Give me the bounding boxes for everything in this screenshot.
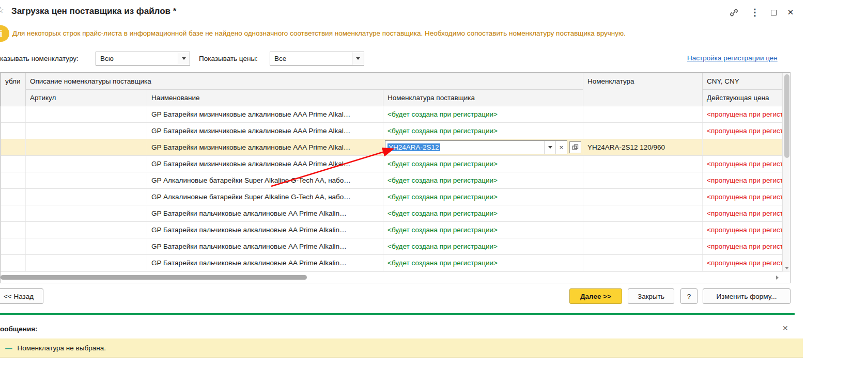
col-header-current-price[interactable]: Действующая цена	[703, 90, 782, 106]
price-registration-settings-link[interactable]: Настройка регистрации цен	[687, 54, 778, 62]
horizontal-scrollbar-thumb[interactable]	[1, 275, 307, 280]
cell-article[interactable]	[26, 172, 147, 189]
cell-price[interactable]	[703, 139, 782, 156]
cell-article[interactable]	[26, 238, 147, 255]
col-header-description-group[interactable]: Описание номенклатуры поставщика	[26, 73, 583, 90]
col-header-currency[interactable]: CNY, CNY	[703, 73, 782, 90]
cell-article[interactable]	[26, 255, 147, 271]
cell-price[interactable]: <пропущена при регистра…	[703, 156, 782, 172]
cell-name[interactable]: GP Батарейки мизинчиковые алкалиновые AA…	[147, 139, 383, 156]
more-icon[interactable]: ⋮	[749, 7, 761, 18]
cell-supplier-nomenclature[interactable]: <будет создана при регистрации>	[383, 172, 583, 189]
cell-supplier-nomenclature[interactable]: <будет создана при регистрации>	[383, 222, 583, 238]
cell-nomenclature[interactable]	[583, 255, 703, 271]
table-row[interactable]: GP Батарейки мизинчиковые алкалиновые AA…	[1, 123, 782, 139]
cell-name[interactable]: GP Алкалиновые батарейки Super Alkaline …	[147, 189, 383, 205]
cell-nomenclature[interactable]	[583, 106, 703, 123]
cell-price[interactable]: <пропущена при регистра…	[703, 255, 782, 271]
link-icon[interactable]	[728, 7, 739, 18]
cell-price[interactable]: <пропущена при регистра…	[703, 222, 782, 238]
scroll-right-icon[interactable]	[776, 276, 779, 280]
table-row[interactable]: GP Батарейки пальчиковые алкалиновые AA …	[1, 255, 782, 271]
table-row-selected[interactable]: GP Батарейки мизинчиковые алкалиновые AA…	[1, 139, 782, 156]
table-row[interactable]: GP Алкалиновые батарейки Super Alkaline …	[1, 189, 782, 205]
cell-supplier-nomenclature[interactable]: <будет создана при регистрации>	[383, 238, 583, 255]
col-header-name[interactable]: Наименование	[147, 90, 383, 106]
cell-duplicates[interactable]	[1, 238, 26, 255]
cell-name[interactable]: GP Батарейки пальчиковые алкалиновые AA …	[147, 222, 383, 238]
cell-price[interactable]: <пропущена при регистра…	[703, 106, 782, 123]
show-nomenclature-select[interactable]: Всю	[96, 52, 190, 66]
table-row[interactable]: GP Батарейки пальчиковые алкалиновые AA …	[1, 238, 782, 255]
horizontal-scrollbar[interactable]	[1, 271, 790, 283]
scroll-down-icon[interactable]	[785, 267, 789, 269]
cell-supplier-nomenclature[interactable]: <будет создана при регистрации>	[383, 205, 583, 222]
cell-duplicates[interactable]	[1, 172, 26, 189]
cell-article[interactable]	[26, 205, 147, 222]
dropdown-arrow-icon[interactable]	[352, 52, 364, 65]
cell-supplier-nomenclature[interactable]: <будет создана при регистрации>	[383, 156, 583, 172]
cell-duplicates[interactable]	[1, 189, 26, 205]
cell-name[interactable]: GP Батарейки пальчиковые алкалиновые AA …	[147, 255, 383, 271]
cell-price[interactable]: <пропущена при регистра…	[703, 172, 782, 189]
messages-close-icon[interactable]: ✕	[782, 324, 788, 332]
cell-article[interactable]	[26, 222, 147, 238]
cell-price[interactable]: <пропущена при регистра…	[703, 238, 782, 255]
cell-duplicates[interactable]	[1, 139, 26, 156]
table-row[interactable]: GP Батарейки пальчиковые алкалиновые AA …	[1, 222, 782, 238]
help-button[interactable]: ?	[680, 288, 698, 304]
cell-nomenclature[interactable]	[583, 205, 703, 222]
show-prices-select[interactable]: Все	[270, 52, 364, 66]
cell-name[interactable]: GP Батарейки пальчиковые алкалиновые AA …	[147, 205, 383, 222]
cell-nomenclature[interactable]	[583, 222, 703, 238]
supplier-nomenclature-editor[interactable]: YH24ARA-2S12 ×	[385, 140, 581, 154]
next-button[interactable]: Далее >>	[569, 288, 622, 304]
cell-name[interactable]: GP Батарейки мизинчиковые алкалиновые AA…	[147, 123, 383, 139]
cell-article[interactable]	[26, 123, 147, 139]
col-header-duplicates[interactable]: убли	[1, 73, 26, 106]
pin-star-icon[interactable]: ☆	[0, 5, 4, 15]
cell-nomenclature[interactable]	[583, 238, 703, 255]
dropdown-arrow-icon[interactable]	[178, 52, 190, 65]
cell-supplier-nomenclature-editing[interactable]: YH24ARA-2S12 ×	[383, 139, 583, 156]
cell-nomenclature[interactable]	[583, 123, 703, 139]
cell-duplicates[interactable]	[1, 106, 26, 123]
cell-supplier-nomenclature[interactable]: <будет создана при регистрации>	[383, 123, 583, 139]
cell-article[interactable]	[26, 156, 147, 172]
table-row[interactable]: GP Батарейки пальчиковые алкалиновые AA …	[1, 205, 782, 222]
cell-article[interactable]	[26, 189, 147, 205]
cell-name[interactable]: GP Батарейки мизинчиковые алкалиновые AA…	[147, 156, 383, 172]
maximize-icon[interactable]	[768, 7, 779, 18]
vertical-scrollbar-thumb[interactable]	[784, 74, 789, 158]
cell-nomenclature[interactable]	[583, 156, 703, 172]
cell-duplicates[interactable]	[1, 123, 26, 139]
cell-article[interactable]	[26, 139, 147, 156]
back-button[interactable]: << Назад	[0, 288, 43, 304]
cell-supplier-nomenclature[interactable]: <будет создана при регистрации>	[383, 255, 583, 271]
change-form-button[interactable]: Изменить форму...	[703, 288, 791, 304]
cell-name[interactable]: GP Алкалиновые батарейки Super Alkaline …	[147, 172, 383, 189]
cell-nomenclature[interactable]: YH24ARA-2S12 120/960	[583, 139, 703, 156]
cell-duplicates[interactable]	[1, 255, 26, 271]
table-row[interactable]: GP Алкалиновые батарейки Super Alkaline …	[1, 172, 782, 189]
cell-supplier-nomenclature[interactable]: <будет создана при регистрации>	[383, 189, 583, 205]
col-header-article[interactable]: Артикул	[26, 90, 147, 106]
cell-duplicates[interactable]	[1, 205, 26, 222]
cell-duplicates[interactable]	[1, 156, 26, 172]
clear-button[interactable]: ×	[555, 141, 567, 154]
cell-price[interactable]: <пропущена при регистра…	[703, 189, 782, 205]
cell-article[interactable]	[26, 106, 147, 123]
cell-name[interactable]: GP Батарейки мизинчиковые алкалиновые AA…	[147, 106, 383, 123]
editor-input[interactable]: YH24ARA-2S12	[385, 141, 544, 154]
cell-nomenclature[interactable]	[583, 189, 703, 205]
dropdown-button[interactable]	[544, 141, 555, 154]
cell-duplicates[interactable]	[1, 222, 26, 238]
vertical-scrollbar[interactable]	[782, 73, 790, 271]
message-item[interactable]: — Номенклатура не выбрана.	[0, 338, 803, 358]
cell-price[interactable]: <пропущена при регистра…	[703, 205, 782, 222]
col-header-supplier-nomenclature[interactable]: Номенклатура поставщика	[383, 90, 583, 106]
cell-supplier-nomenclature[interactable]: <будет создана при регистрации>	[383, 106, 583, 123]
cell-nomenclature[interactable]	[583, 172, 703, 189]
cell-name[interactable]: GP Батарейки пальчиковые алкалиновые AA …	[147, 238, 383, 255]
cell-price[interactable]: <пропущена при регистра…	[703, 123, 782, 139]
